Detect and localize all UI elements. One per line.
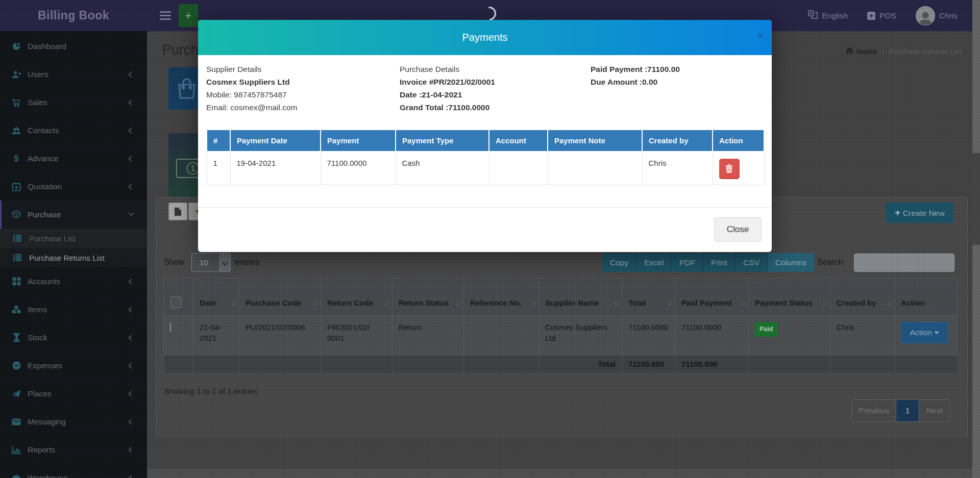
sidebar-item-reports[interactable]: Reports [0,436,147,464]
col-payment: Payment [321,130,396,152]
export-button-group: Copy Excel PDF Print CSV Columns [602,253,814,272]
breadcrumb: Home › Purchase Returns List [846,47,962,56]
excel-button[interactable]: Excel [636,253,672,272]
csv-button[interactable]: CSV [736,253,768,272]
breadcrumb-separator: › [882,47,885,56]
cell-action [713,152,764,185]
sort-icon[interactable]: ↓↑ [531,298,535,309]
modal-title: Payments [462,32,508,43]
chevron-down-icon [128,210,134,216]
create-new-button[interactable]: +Create New [886,203,953,223]
sidebar-item-quotation[interactable]: Quotation [0,172,147,200]
page-1-button[interactable]: 1 [896,400,919,421]
calendar-plus-icon [11,182,22,191]
col-paid-payment[interactable]: Paid Payment↓↑ [675,279,749,316]
row-action-button[interactable]: Action [901,322,948,343]
sidebar-item-purchase[interactable]: Purchase [0,200,147,229]
showing-entries-info: Showing 1 to 1 of 1 entries [164,387,258,396]
show-label: Show [164,258,184,267]
chevron-left-icon [128,447,134,452]
cell-return-status: Return [393,316,464,355]
col-return-code[interactable]: Return Code↓↑ [321,279,393,316]
sort-icon[interactable]: ↓↑ [384,298,389,309]
copy-button[interactable]: Copy [602,253,636,272]
sidebar-item-dashboard[interactable]: Dashboard [0,32,147,60]
bar-chart-icon [11,446,22,454]
col-supplier-name[interactable]: Supplier Name↓↑ [539,279,622,316]
cart-icon [11,98,22,107]
sidebar-item-sales[interactable]: Sales [0,88,147,116]
sort-icon[interactable]: ↓↑ [887,298,891,309]
page-size-select[interactable]: 10 [191,253,231,272]
col-num: # [207,130,230,152]
sidebar-item-contacts[interactable]: Contacts [0,116,147,144]
select-all-checkbox[interactable] [170,296,181,308]
col-return-status[interactable]: Return Status↓↑ [393,279,464,316]
col-created-by[interactable]: Created by↓↑ [830,279,895,316]
quick-add-button[interactable]: + [179,4,198,27]
sort-icon[interactable]: ↓↑ [456,298,460,309]
export-file-button[interactable] [168,203,187,220]
modal-body: Supplier Details Cosmex Suppliers Ltd Mo… [198,55,772,207]
cell-payment-type: Cash [396,152,489,185]
paid-payment-value: Paid Payment :71100.00 [591,65,764,74]
chevron-left-icon [128,156,134,161]
sidebar-item-warehouse[interactable]: Warehouse [0,464,147,478]
sort-icon[interactable]: ↓↑ [313,298,317,309]
cell-total: 71100.0000 [622,316,675,355]
search-input[interactable] [854,254,954,272]
sort-icon[interactable]: ↓↑ [231,298,236,309]
avatar [916,6,935,26]
sort-icon[interactable]: ↓↑ [667,298,672,309]
payment-summary: Paid Payment :71100.00 Due Amount :0.00 [591,65,764,116]
language-menu[interactable]: A English [808,10,848,21]
pos-menu[interactable]: + POS [867,11,896,20]
sidebar-item-purchase-returns-list[interactable]: Purchase Returns List [0,248,147,267]
cell-payment-status: Paid [749,316,830,355]
purchase-details: Purchase Details Invoice #PR/2021/02/000… [400,65,591,116]
col-date[interactable]: Date↓↑ [193,279,239,316]
col-payment-date: Payment Date [230,130,321,152]
sort-icon[interactable]: ↓↑ [741,298,745,309]
columns-button[interactable]: Columns [768,253,814,272]
close-button[interactable]: Close [714,217,762,242]
next-page-button[interactable]: Next [919,400,950,421]
sort-icon[interactable]: ↓↑ [614,298,619,309]
sidebar-item-places[interactable]: Places [0,380,147,408]
breadcrumb-home[interactable]: Home [846,47,877,56]
grid-icon [11,277,22,286]
app-logo[interactable]: Billing Book [0,9,147,22]
chevron-left-icon [128,71,134,77]
scrollbar-track[interactable] [972,0,980,478]
chevron-left-icon [128,391,134,396]
scrollbar-thumb[interactable] [972,153,980,245]
sidebar-item-purchase-list[interactable]: Purchase List [0,229,147,248]
menu-toggle-icon[interactable] [160,9,171,22]
print-button[interactable]: Print [703,253,736,272]
col-purchase-code[interactable]: Purchase Code↓↑ [239,279,321,316]
close-icon[interactable]: × [758,31,763,40]
user-menu[interactable]: Chris [916,6,958,26]
col-payment-status[interactable]: Payment Status↓↑ [749,279,830,316]
dashboard-icon [11,42,22,51]
cell-action: Action [895,316,958,355]
purchase-date: Date :21-04-2021 [400,90,591,99]
sidebar-item-messaging[interactable]: Messaging [0,408,147,436]
cell-payment: 71100.0000 [321,152,396,185]
sidebar-item-accounts[interactable]: Accounts [0,267,147,295]
sort-icon[interactable]: ↓↑ [822,298,827,309]
dollar-icon: $ [11,154,22,164]
sidebar-item-expenses[interactable]: Expenses [0,351,147,380]
file-icon [175,208,181,216]
sidebar-item-stock[interactable]: Stock [0,323,147,351]
sidebar-item-advance[interactable]: $ Advance [0,144,147,172]
pdf-button[interactable]: PDF [672,253,703,272]
previous-page-button[interactable]: Previous [852,400,896,421]
row-checkbox[interactable] [170,322,171,332]
delete-payment-button[interactable] [719,159,740,178]
payment-row: 1 19-04-2021 71100.0000 Cash Chris [207,152,764,185]
col-reference-no[interactable]: Reference No.↓↑ [464,279,539,316]
sidebar-item-items[interactable]: Items [0,295,147,323]
sidebar-item-users[interactable]: Users [0,60,147,88]
col-total[interactable]: Total↓↑ [622,279,675,316]
